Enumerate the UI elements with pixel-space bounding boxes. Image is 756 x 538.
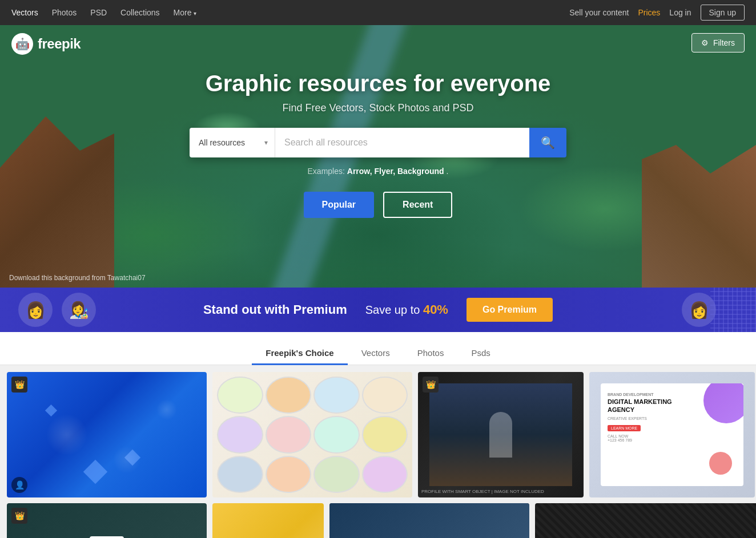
nav-more[interactable]: More ▾ — [174, 8, 197, 17]
tab-photos[interactable]: Photos — [404, 342, 458, 365]
chevron-down-icon: ▾ — [194, 10, 196, 17]
search-icon: 🔍 — [541, 136, 555, 149]
example-flyer[interactable]: Flyer, — [375, 167, 396, 176]
content-grid: 👑 👤 👑 — [0, 365, 756, 538]
hero-title: Graphic resources for everyone — [190, 71, 566, 96]
logo[interactable]: 🤖 freepik — [11, 33, 81, 55]
marketing-card: BRAND DEVELOPMENT DIGITAL MARKETING AGEN… — [601, 383, 743, 486]
poster-overlay-text: PROFILE WITH SMART OBJECT | IMAGE NOT IN… — [421, 489, 544, 494]
mug-shape — [90, 536, 124, 539]
hero-section: 🤖 freepik ⚙ Filters Graphic resources fo… — [0, 25, 756, 288]
content-tabs: Freepik's Choice Vectors Photos Psds — [0, 332, 756, 365]
tab-psds[interactable]: Psds — [457, 342, 504, 365]
crown-badge-mug: 👑 — [11, 508, 27, 524]
search-button[interactable]: 🔍 — [529, 128, 566, 157]
grid-item-food[interactable] — [212, 372, 412, 497]
grid-item-dark-poster[interactable]: 👑 PROFILE WITH SMART OBJECT | IMAGE NOT … — [418, 372, 584, 497]
tab-freepiks-choice[interactable]: Freepik's Choice — [252, 342, 347, 365]
grid-item-blue-abstract[interactable]: 👑 👤 — [7, 372, 207, 497]
logo-text: freepik — [38, 36, 81, 52]
filters-button[interactable]: ⚙ Filters — [691, 33, 745, 52]
poster-figure — [489, 412, 512, 458]
food-circle-9 — [217, 456, 263, 493]
premium-percent: 40% — [423, 302, 448, 317]
top-navigation: Vectors Photos PSD Collections More ▾ Se… — [0, 0, 756, 25]
grid-row-1: 👑 👤 👑 — [7, 372, 749, 497]
resource-type-selector[interactable]: All resources Vectors Photos PSD Icons — [190, 128, 275, 157]
go-premium-button[interactable]: Go Premium — [467, 298, 553, 322]
food-circle-2 — [266, 377, 312, 414]
grid-item-good-morning[interactable]: Good MORNING — [212, 503, 324, 538]
premium-headline: Stand out with Premium — [203, 302, 347, 317]
nav-vectors[interactable]: Vectors — [11, 8, 38, 17]
food-circle-6 — [266, 416, 312, 453]
food-circle-10 — [266, 456, 312, 493]
popular-button[interactable]: Popular — [304, 192, 375, 218]
deco-figure-2: 👩‍🎨 — [62, 293, 96, 327]
poster-inner — [429, 383, 572, 486]
food-circle-3 — [313, 377, 360, 414]
example-background[interactable]: Background — [397, 167, 444, 176]
top-nav-actions: Sell your content Prices Log in Sign up — [569, 5, 745, 21]
food-circle-5 — [217, 416, 263, 453]
logo-icon: 🤖 — [11, 33, 33, 55]
prices-link[interactable]: Prices — [638, 8, 660, 17]
deco-figure-1: 👩 — [18, 293, 53, 327]
search-examples: Examples: Arrow, Flyer, Background . — [190, 167, 566, 176]
diamond-deco-2 — [124, 450, 140, 466]
resource-type-select[interactable]: All resources Vectors Photos PSD Icons — [190, 128, 275, 157]
nav-psd[interactable]: PSD — [90, 8, 107, 17]
premium-banner: 👩 👩‍🎨 Stand out with Premium Save up to … — [0, 288, 756, 332]
grid-item-mug[interactable]: 👑 — [7, 503, 207, 538]
nav-collections[interactable]: Collections — [120, 8, 159, 17]
premium-deco-left: 👩 👩‍🎨 — [0, 288, 114, 332]
food-circle-1 — [217, 377, 263, 414]
sell-link[interactable]: Sell your content — [569, 8, 629, 17]
login-link[interactable]: Log in — [669, 8, 691, 17]
search-bar: All resources Vectors Photos PSD Icons 🔍 — [190, 128, 566, 157]
example-arrow[interactable]: Arrow, — [347, 167, 372, 176]
signup-button[interactable]: Sign up — [701, 5, 745, 21]
grid-item-marketing[interactable]: BRAND DEVELOPMENT DIGITAL MARKETING AGEN… — [589, 372, 755, 497]
crown-badge-poster: 👑 — [423, 377, 439, 393]
diamond-deco-1 — [83, 460, 107, 484]
food-circle-12 — [362, 456, 408, 493]
nav-photos[interactable]: Photos — [52, 8, 77, 17]
food-circle-8 — [362, 416, 408, 453]
hero-mountains-right — [642, 145, 756, 288]
grid-item-travel[interactable]: IT'S TIME TO TRAVEL — [329, 503, 529, 538]
marketing-accent-circle-2 — [709, 452, 732, 475]
diamond-deco-3 — [45, 404, 57, 416]
food-circle-11 — [313, 456, 360, 493]
grid-row-2: 👑 Good MORNING IT'S TIME TO TRAVEL — [7, 503, 749, 538]
search-input[interactable] — [275, 128, 529, 157]
food-circle-7 — [313, 416, 360, 453]
hero-attribution: Download this background from Tawatchai0… — [9, 274, 146, 282]
marketing-phone: CALL NOW +123 456 789 — [608, 434, 737, 442]
crown-badge: 👑 — [11, 377, 27, 393]
food-circles — [212, 372, 412, 497]
marketing-learn-more[interactable]: LEARN MORE — [608, 425, 641, 431]
marketing-card-title: BRAND DEVELOPMENT DIGITAL MARKETING AGEN… — [608, 390, 685, 414]
top-nav-links: Vectors Photos PSD Collections More ▾ — [11, 8, 196, 17]
filters-label: Filters — [713, 38, 735, 47]
premium-deco-right: 👩 — [642, 288, 756, 332]
tab-vectors[interactable]: Vectors — [348, 342, 404, 365]
premium-save-text: Save up to 40% — [365, 302, 448, 317]
filters-icon: ⚙ — [701, 38, 709, 47]
deco-dots — [710, 288, 756, 332]
hero-buttons: Popular Recent — [190, 192, 566, 218]
hero-content: Graphic resources for everyone Find Free… — [190, 71, 566, 218]
recent-button[interactable]: Recent — [383, 192, 452, 218]
hero-subtitle: Find Free Vectors, Stock Photos and PSD — [190, 102, 566, 114]
user-icon-overlay: 👤 — [11, 477, 27, 493]
food-circle-4 — [362, 377, 408, 414]
grid-item-dark-texture[interactable] — [535, 503, 756, 538]
travel-background — [329, 503, 529, 538]
